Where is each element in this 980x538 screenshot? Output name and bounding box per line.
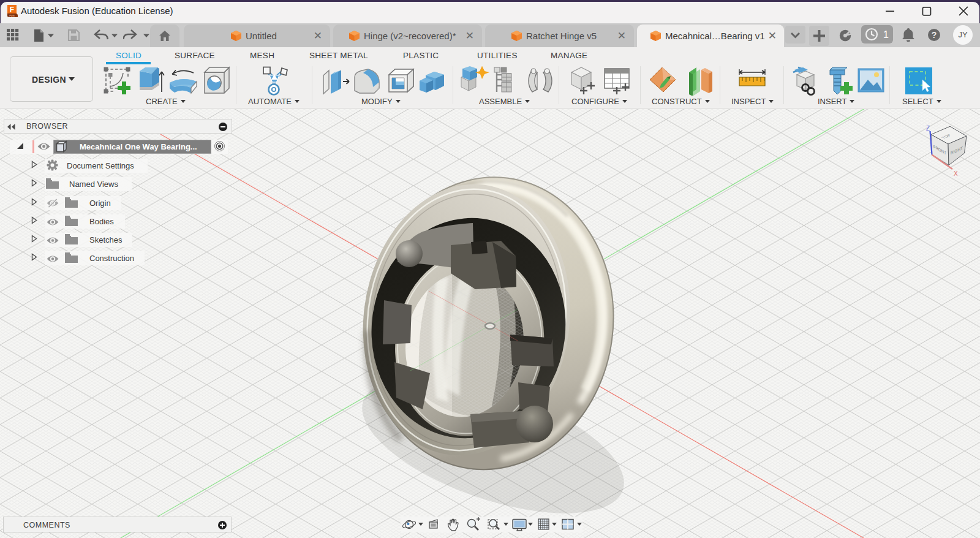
svg-text:F: F [10,6,14,14]
svg-text:Z: Z [926,125,930,132]
svg-text:FUS: FUS [9,14,15,17]
svg-text:1: 1 [883,29,889,40]
svg-text:?: ? [932,30,937,40]
svg-text:X: X [954,170,958,177]
